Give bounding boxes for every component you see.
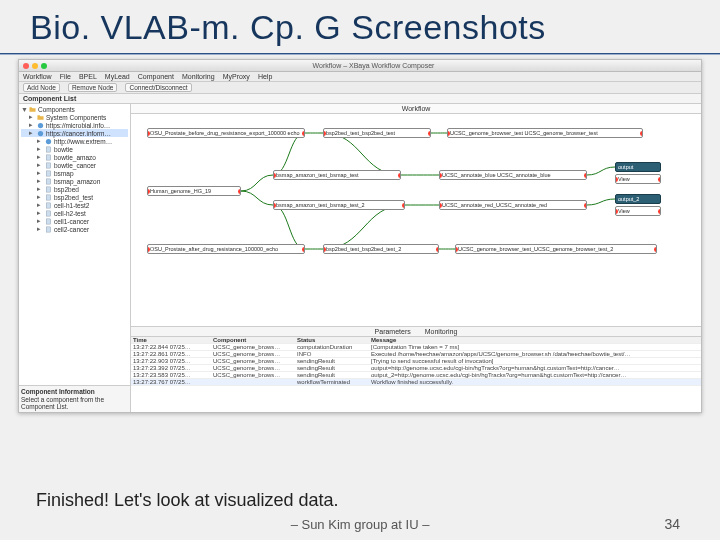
component-info-body: Select a component from the Component Li… xyxy=(21,396,128,410)
workflow-node[interactable]: bsmap_amazon_test_bsmap_test_2 xyxy=(273,200,405,210)
svg-rect-10 xyxy=(46,202,50,207)
log-row[interactable]: 13:27:22.903 07/25…UCSC_genome_brows…sen… xyxy=(131,358,701,365)
tree-item[interactable]: ▸https://microbial.info… xyxy=(21,121,128,129)
credit: – Sun Kim group at IU – xyxy=(0,517,720,532)
zoom-icon[interactable] xyxy=(41,63,47,69)
svg-rect-8 xyxy=(46,186,50,191)
log-column-header[interactable]: Time xyxy=(133,337,211,343)
toolbar-button[interactable]: Connect/Disconnect xyxy=(125,83,191,92)
workflow-canvas[interactable]: OSU_Prostate_before_drug_resistance_expo… xyxy=(131,114,701,327)
svg-point-2 xyxy=(46,138,51,143)
menu-item[interactable]: File xyxy=(60,73,71,80)
menu-item[interactable]: Monitoring xyxy=(182,73,215,80)
workflow-node[interactable]: bsp2bed_test_bsp2bed_test xyxy=(323,128,431,138)
component-tree[interactable]: ▼Components▸System Components▸https://mi… xyxy=(19,104,130,235)
tree-item[interactable]: ▸bowtie_cancer xyxy=(21,161,128,169)
tree-item[interactable]: ▸bowtie_amazo xyxy=(21,153,128,161)
workflow-links xyxy=(131,114,701,326)
workflow-node[interactable]: bsmap_amazon_test_bsmap_test xyxy=(273,170,401,180)
tree-item[interactable]: ▸cell2-cancer xyxy=(21,225,128,233)
log-row[interactable]: 13:27:23.583 07/25…UCSC_genome_brows…sen… xyxy=(131,372,701,379)
svg-rect-12 xyxy=(46,218,50,223)
tree-item[interactable]: ▸cell-h2-test xyxy=(21,209,128,217)
toolbar-button[interactable]: Remove Node xyxy=(68,83,118,92)
svg-rect-5 xyxy=(46,162,50,167)
tree-item[interactable]: ▸cell-h1-test2 xyxy=(21,201,128,209)
monitoring-log[interactable]: TimeComponentStatusMessage 13:27:22.844 … xyxy=(131,337,701,412)
menu-item[interactable]: Component xyxy=(138,73,174,80)
bottom-tab-bar: Parameters Monitoring xyxy=(131,327,701,337)
log-row[interactable]: 13:27:22.844 07/25…UCSC_genome_brows…com… xyxy=(131,344,701,351)
component-info-panel: Component Information Select a component… xyxy=(19,385,130,412)
workflow-node[interactable]: output_2 xyxy=(615,194,661,204)
tree-item[interactable]: ▸bsp2bed xyxy=(21,185,128,193)
minimize-icon[interactable] xyxy=(32,63,38,69)
log-column-header[interactable]: Message xyxy=(371,337,699,343)
tree-item[interactable]: ▸bsp2bed_test xyxy=(21,193,128,201)
menu-item[interactable]: MyProxy xyxy=(223,73,250,80)
workflow-node[interactable]: OSU_Prostate_before_drug_resistance_expo… xyxy=(147,128,305,138)
menu-item[interactable]: BPEL xyxy=(79,73,97,80)
svg-rect-3 xyxy=(46,146,50,151)
svg-point-0 xyxy=(38,122,43,127)
tab-monitoring[interactable]: Monitoring xyxy=(419,328,464,335)
svg-rect-7 xyxy=(46,178,50,183)
page-number: 34 xyxy=(664,516,680,532)
sidebar: ▼Components▸System Components▸https://mi… xyxy=(19,104,131,412)
toolbar-button[interactable]: Add Node xyxy=(23,83,60,92)
workflow-node[interactable]: OSU_Prostate_after_drug_resistance_10000… xyxy=(147,244,305,254)
menu-item[interactable]: Help xyxy=(258,73,272,80)
caption: Finished! Let's look at visualized data. xyxy=(36,490,339,511)
svg-rect-13 xyxy=(46,226,50,231)
log-row[interactable]: 13:27:23.392 07/25…UCSC_genome_brows…sen… xyxy=(131,365,701,372)
menu-item[interactable]: Workflow xyxy=(23,73,52,80)
workflow-node[interactable]: output xyxy=(615,162,661,172)
mac-titlebar: Workflow – XBaya Workflow Composer xyxy=(19,60,701,72)
svg-point-1 xyxy=(38,130,43,135)
component-list-header: Component List xyxy=(19,94,701,104)
tree-item[interactable]: ▸System Components xyxy=(21,113,128,121)
app-window: Workflow – XBaya Workflow Composer Workf… xyxy=(18,59,702,413)
svg-rect-6 xyxy=(46,170,50,175)
workflow-node[interactable]: UCSC_genome_browser_test UCSC_genome_bro… xyxy=(447,128,643,138)
log-row[interactable]: 13:27:23.767 07/25…workflowTerminatedWor… xyxy=(131,379,701,386)
log-row[interactable]: 13:27:22.861 07/25…UCSC_genome_brows…INF… xyxy=(131,351,701,358)
workflow-node[interactable]: UCSC_annotate_red_UCSC_annotate_red xyxy=(439,200,587,210)
workflow-node[interactable]: UCSC_annotate_blue UCSC_annotate_blue xyxy=(439,170,587,180)
workflow-node[interactable]: View xyxy=(615,206,661,216)
tree-item[interactable]: ▸bowtie xyxy=(21,145,128,153)
slide-title: Bio. VLAB-m. Cp. G Screenshots xyxy=(0,0,720,54)
tree-item[interactable]: ▸cell1-cancer xyxy=(21,217,128,225)
workflow-node[interactable]: Human_genome_HG_19 xyxy=(147,186,241,196)
svg-rect-9 xyxy=(46,194,50,199)
close-icon[interactable] xyxy=(23,63,29,69)
window-title: Workflow – XBaya Workflow Composer xyxy=(50,62,697,69)
component-info-header: Component Information xyxy=(21,388,128,395)
tree-item[interactable]: ▸https://cancer.inform… xyxy=(21,129,128,137)
tab-workflow[interactable]: Workflow xyxy=(402,105,431,112)
workflow-node[interactable]: View xyxy=(615,174,661,184)
log-column-header[interactable]: Component xyxy=(213,337,295,343)
tree-item[interactable]: ▸bsmap xyxy=(21,169,128,177)
menu-item[interactable]: MyLead xyxy=(105,73,130,80)
tree-item[interactable]: ▸bsmap_amazon xyxy=(21,177,128,185)
toolbar: Add NodeRemove NodeConnect/Disconnect xyxy=(19,82,701,94)
svg-rect-4 xyxy=(46,154,50,159)
tree-item[interactable]: ▸http://www.extrem… xyxy=(21,137,128,145)
tree-item[interactable]: ▼Components xyxy=(21,106,128,113)
workflow-node[interactable]: bsp2bed_test_bsp2bed_test_2 xyxy=(323,244,439,254)
svg-rect-11 xyxy=(46,210,50,215)
log-column-header[interactable]: Status xyxy=(297,337,369,343)
menu-bar: WorkflowFileBPELMyLeadComponentMonitorin… xyxy=(19,72,701,82)
workflow-node[interactable]: UCSC_genome_browser_test_UCSC_genome_bro… xyxy=(455,244,657,254)
tab-parameters[interactable]: Parameters xyxy=(369,328,417,335)
